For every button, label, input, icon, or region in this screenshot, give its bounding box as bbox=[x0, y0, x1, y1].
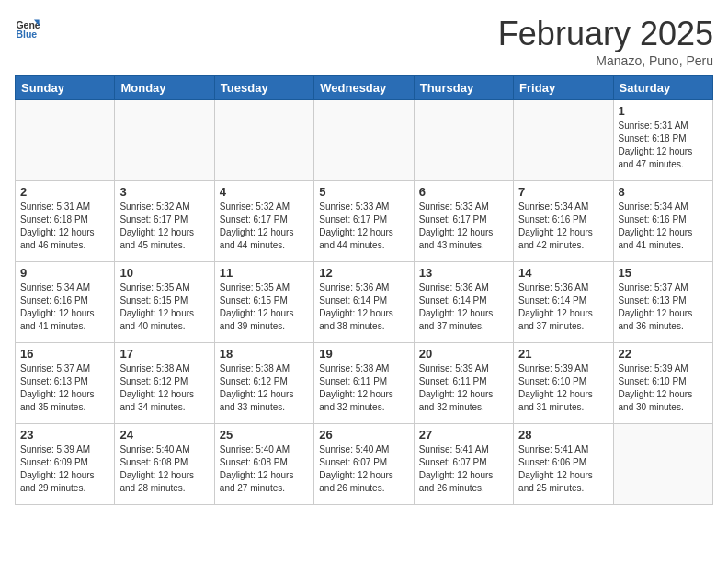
day-info: Sunrise: 5:39 AM Sunset: 6:09 PM Dayligh… bbox=[20, 443, 109, 495]
day-number: 18 bbox=[220, 347, 309, 361]
title-block: February 2025 Manazo, Puno, Peru bbox=[498, 15, 713, 68]
location: Manazo, Puno, Peru bbox=[498, 53, 713, 68]
calendar-cell: 20Sunrise: 5:39 AM Sunset: 6:11 PM Dayli… bbox=[414, 343, 513, 424]
col-header-sunday: Sunday bbox=[16, 76, 115, 100]
calendar-cell bbox=[214, 100, 313, 181]
day-info: Sunrise: 5:39 AM Sunset: 6:11 PM Dayligh… bbox=[419, 362, 508, 414]
svg-text:Blue: Blue bbox=[16, 29, 37, 40]
calendar-cell: 9Sunrise: 5:34 AM Sunset: 6:16 PM Daylig… bbox=[16, 262, 115, 343]
calendar-cell bbox=[16, 100, 115, 181]
day-number: 2 bbox=[20, 185, 109, 199]
col-header-friday: Friday bbox=[514, 76, 613, 100]
calendar-cell bbox=[414, 100, 513, 181]
day-number: 6 bbox=[419, 185, 508, 199]
day-number: 22 bbox=[619, 347, 708, 361]
calendar-cell: 13Sunrise: 5:36 AM Sunset: 6:14 PM Dayli… bbox=[414, 262, 513, 343]
calendar-week-4: 16Sunrise: 5:37 AM Sunset: 6:13 PM Dayli… bbox=[16, 343, 713, 424]
calendar-cell: 10Sunrise: 5:35 AM Sunset: 6:15 PM Dayli… bbox=[115, 262, 214, 343]
day-number: 3 bbox=[119, 185, 209, 199]
calendar-cell: 17Sunrise: 5:38 AM Sunset: 6:12 PM Dayli… bbox=[115, 343, 214, 424]
day-info: Sunrise: 5:35 AM Sunset: 6:15 PM Dayligh… bbox=[220, 282, 309, 333]
logo: General Blue bbox=[15, 15, 40, 40]
calendar-cell: 11Sunrise: 5:35 AM Sunset: 6:15 PM Dayli… bbox=[214, 262, 313, 343]
calendar-cell: 26Sunrise: 5:40 AM Sunset: 6:07 PM Dayli… bbox=[314, 424, 414, 505]
calendar-week-5: 23Sunrise: 5:39 AM Sunset: 6:09 PM Dayli… bbox=[16, 424, 713, 505]
day-number: 20 bbox=[419, 347, 508, 361]
day-number: 21 bbox=[518, 347, 608, 361]
day-info: Sunrise: 5:32 AM Sunset: 6:17 PM Dayligh… bbox=[119, 201, 209, 252]
day-number: 12 bbox=[319, 266, 408, 280]
day-number: 14 bbox=[518, 266, 608, 280]
day-info: Sunrise: 5:41 AM Sunset: 6:07 PM Dayligh… bbox=[419, 443, 508, 495]
calendar-week-2: 2Sunrise: 5:31 AM Sunset: 6:18 PM Daylig… bbox=[16, 181, 713, 262]
day-number: 28 bbox=[518, 428, 608, 442]
day-number: 17 bbox=[119, 347, 209, 361]
day-number: 24 bbox=[119, 428, 209, 442]
day-number: 8 bbox=[619, 185, 708, 199]
calendar-cell: 25Sunrise: 5:40 AM Sunset: 6:08 PM Dayli… bbox=[214, 424, 313, 505]
calendar-header-row: SundayMondayTuesdayWednesdayThursdayFrid… bbox=[16, 76, 713, 100]
day-info: Sunrise: 5:35 AM Sunset: 6:15 PM Dayligh… bbox=[119, 282, 209, 333]
calendar-cell bbox=[115, 100, 214, 181]
day-info: Sunrise: 5:37 AM Sunset: 6:13 PM Dayligh… bbox=[20, 362, 109, 414]
month-title: February 2025 bbox=[498, 15, 713, 53]
day-number: 4 bbox=[220, 185, 309, 199]
day-info: Sunrise: 5:34 AM Sunset: 6:16 PM Dayligh… bbox=[518, 201, 608, 252]
day-number: 23 bbox=[20, 428, 109, 442]
calendar-cell: 21Sunrise: 5:39 AM Sunset: 6:10 PM Dayli… bbox=[514, 343, 613, 424]
day-info: Sunrise: 5:34 AM Sunset: 6:16 PM Dayligh… bbox=[619, 201, 708, 252]
col-header-monday: Monday bbox=[115, 76, 214, 100]
calendar-cell: 4Sunrise: 5:32 AM Sunset: 6:17 PM Daylig… bbox=[214, 181, 313, 262]
day-info: Sunrise: 5:40 AM Sunset: 6:07 PM Dayligh… bbox=[319, 443, 408, 495]
day-number: 19 bbox=[319, 347, 408, 361]
calendar-cell: 1Sunrise: 5:31 AM Sunset: 6:18 PM Daylig… bbox=[613, 100, 712, 181]
day-number: 26 bbox=[319, 428, 408, 442]
day-info: Sunrise: 5:31 AM Sunset: 6:18 PM Dayligh… bbox=[20, 201, 109, 252]
calendar-cell: 24Sunrise: 5:40 AM Sunset: 6:08 PM Dayli… bbox=[115, 424, 214, 505]
col-header-tuesday: Tuesday bbox=[214, 76, 313, 100]
day-number: 25 bbox=[220, 428, 309, 442]
day-number: 1 bbox=[619, 104, 708, 118]
calendar-cell: 19Sunrise: 5:38 AM Sunset: 6:11 PM Dayli… bbox=[314, 343, 414, 424]
day-number: 9 bbox=[20, 266, 109, 280]
col-header-thursday: Thursday bbox=[414, 76, 513, 100]
day-number: 13 bbox=[419, 266, 508, 280]
calendar-cell: 8Sunrise: 5:34 AM Sunset: 6:16 PM Daylig… bbox=[613, 181, 712, 262]
day-number: 10 bbox=[119, 266, 209, 280]
calendar-cell: 15Sunrise: 5:37 AM Sunset: 6:13 PM Dayli… bbox=[613, 262, 712, 343]
calendar-cell bbox=[314, 100, 414, 181]
day-info: Sunrise: 5:36 AM Sunset: 6:14 PM Dayligh… bbox=[419, 282, 508, 333]
calendar-cell: 27Sunrise: 5:41 AM Sunset: 6:07 PM Dayli… bbox=[414, 424, 513, 505]
day-number: 7 bbox=[518, 185, 608, 199]
day-info: Sunrise: 5:36 AM Sunset: 6:14 PM Dayligh… bbox=[319, 282, 408, 333]
day-info: Sunrise: 5:41 AM Sunset: 6:06 PM Dayligh… bbox=[518, 443, 608, 495]
day-info: Sunrise: 5:40 AM Sunset: 6:08 PM Dayligh… bbox=[119, 443, 209, 495]
calendar-cell: 7Sunrise: 5:34 AM Sunset: 6:16 PM Daylig… bbox=[514, 181, 613, 262]
day-info: Sunrise: 5:33 AM Sunset: 6:17 PM Dayligh… bbox=[319, 201, 408, 252]
calendar-cell: 2Sunrise: 5:31 AM Sunset: 6:18 PM Daylig… bbox=[16, 181, 115, 262]
day-info: Sunrise: 5:39 AM Sunset: 6:10 PM Dayligh… bbox=[518, 362, 608, 414]
day-number: 11 bbox=[220, 266, 309, 280]
calendar-cell: 14Sunrise: 5:36 AM Sunset: 6:14 PM Dayli… bbox=[514, 262, 613, 343]
calendar-week-3: 9Sunrise: 5:34 AM Sunset: 6:16 PM Daylig… bbox=[16, 262, 713, 343]
calendar-table: SundayMondayTuesdayWednesdayThursdayFrid… bbox=[15, 75, 713, 505]
calendar-cell bbox=[613, 424, 712, 505]
calendar-week-1: 1Sunrise: 5:31 AM Sunset: 6:18 PM Daylig… bbox=[16, 100, 713, 181]
day-info: Sunrise: 5:31 AM Sunset: 6:18 PM Dayligh… bbox=[619, 120, 708, 171]
day-info: Sunrise: 5:33 AM Sunset: 6:17 PM Dayligh… bbox=[419, 201, 508, 252]
day-info: Sunrise: 5:37 AM Sunset: 6:13 PM Dayligh… bbox=[619, 282, 708, 333]
day-number: 15 bbox=[619, 266, 708, 280]
calendar-cell: 12Sunrise: 5:36 AM Sunset: 6:14 PM Dayli… bbox=[314, 262, 414, 343]
calendar-cell: 6Sunrise: 5:33 AM Sunset: 6:17 PM Daylig… bbox=[414, 181, 513, 262]
calendar-cell bbox=[514, 100, 613, 181]
calendar-cell: 18Sunrise: 5:38 AM Sunset: 6:12 PM Dayli… bbox=[214, 343, 313, 424]
day-info: Sunrise: 5:38 AM Sunset: 6:12 PM Dayligh… bbox=[220, 362, 309, 414]
day-info: Sunrise: 5:38 AM Sunset: 6:11 PM Dayligh… bbox=[319, 362, 408, 414]
logo-icon: General Blue bbox=[15, 15, 40, 40]
calendar-cell: 23Sunrise: 5:39 AM Sunset: 6:09 PM Dayli… bbox=[16, 424, 115, 505]
day-info: Sunrise: 5:32 AM Sunset: 6:17 PM Dayligh… bbox=[220, 201, 309, 252]
day-info: Sunrise: 5:38 AM Sunset: 6:12 PM Dayligh… bbox=[119, 362, 209, 414]
calendar-cell: 3Sunrise: 5:32 AM Sunset: 6:17 PM Daylig… bbox=[115, 181, 214, 262]
day-info: Sunrise: 5:34 AM Sunset: 6:16 PM Dayligh… bbox=[20, 282, 109, 333]
page-header: General Blue February 2025 Manazo, Puno,… bbox=[15, 15, 713, 68]
